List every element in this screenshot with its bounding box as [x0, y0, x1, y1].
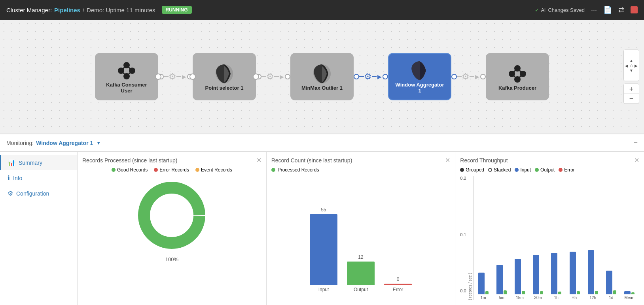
- processed-records-label: Processed Records: [278, 167, 319, 173]
- point-selector-icon: [213, 63, 235, 85]
- document-icon[interactable]: 📄: [603, 6, 612, 14]
- error-value: 0: [397, 277, 400, 282]
- nav-down-icon[interactable]: ▼: [629, 68, 634, 73]
- tp-xlabel-12h: 12h: [589, 296, 596, 300]
- records-processed-title: Records Processed (since last startup) ✕: [82, 156, 261, 164]
- tp-xlabel-mean: Mean: [624, 296, 634, 300]
- gear-icon-2: ⚙: [266, 72, 274, 81]
- input-dot: [515, 168, 519, 172]
- tp-pair-1h: [551, 253, 561, 294]
- nav-controls: ▲ ◀ ⌂ ▶ ▼ + −: [623, 50, 639, 104]
- records-processed-close[interactable]: ✕: [256, 156, 261, 164]
- donut-legend: Good Records Error Records Event Records: [112, 167, 232, 173]
- port-in-5: [480, 74, 486, 79]
- nav-up-icon[interactable]: ▲: [629, 58, 634, 63]
- connector-2: ⚙ ▶: [256, 72, 290, 81]
- header-right: ✓ All Changes Saved ··· 📄 ⇄: [535, 6, 638, 14]
- tp-bar-12h: 12h: [585, 250, 601, 300]
- line-4a: [457, 76, 462, 77]
- gear-icon-3: ⚙: [364, 72, 372, 81]
- node-point-selector-port-left: [189, 73, 196, 80]
- node-minmax-outlier[interactable]: MinMax Outlier 1: [290, 53, 354, 100]
- minmax-icon: [311, 63, 333, 85]
- monitoring-minimize-button[interactable]: −: [633, 139, 638, 147]
- grouped-label: Grouped: [466, 167, 484, 173]
- y-axis: 0.2 0.1 0.0: [460, 176, 468, 300]
- monitoring-dropdown-icon[interactable]: ▼: [96, 140, 101, 146]
- kafka-producer-label: Kafka Producer: [498, 85, 536, 91]
- record-count-title-text: Record Count (since last startup): [271, 157, 352, 164]
- kafka-consumer-icon: [116, 60, 138, 82]
- shuffle-icon[interactable]: ⇄: [618, 6, 624, 14]
- stacked-label: Stacked: [494, 167, 511, 173]
- gear-icon-1: ⚙: [169, 72, 176, 81]
- tp-input-12h: [588, 250, 594, 294]
- tp-pair-6h: [570, 252, 580, 294]
- sidebar-item-configuration[interactable]: ⚙ Configuration: [0, 186, 77, 201]
- info-icon: ℹ: [8, 174, 10, 182]
- line-4b: [470, 76, 474, 77]
- line-1b: [176, 76, 181, 77]
- input-label: Input: [318, 287, 329, 292]
- nav-right-icon[interactable]: ▶: [634, 63, 638, 68]
- output-dot: [535, 168, 539, 172]
- record-throughput-close[interactable]: ✕: [634, 156, 639, 164]
- tp-input-1m: [478, 273, 485, 294]
- tp-xlabel-1h: 1h: [554, 296, 559, 300]
- input-bar-group: 55 Input: [310, 207, 337, 292]
- svg-point-16: [144, 188, 199, 243]
- good-records-dot: [112, 168, 116, 172]
- nav-home-icon[interactable]: ⌂: [629, 63, 634, 68]
- node-window-aggregator[interactable]: Window Aggregator1: [388, 53, 451, 100]
- node-point-selector[interactable]: Point selector 1: [193, 53, 256, 100]
- tp-output-15m: [522, 291, 525, 294]
- minmax-label: MinMax Outlier 1: [301, 85, 343, 91]
- status-badge: RUNNING: [162, 6, 192, 14]
- node-kafka-consumer[interactable]: Kafka ConsumerUser: [95, 53, 158, 100]
- tp-xlabel-1m: 1m: [481, 296, 486, 300]
- tp-pair-mean: [624, 291, 635, 294]
- more-options-icon[interactable]: ···: [591, 6, 597, 14]
- tp-bar-1h: 1h: [548, 253, 564, 300]
- tp-xlabel-5m: 5m: [499, 296, 504, 300]
- tp-input-5m: [496, 265, 503, 294]
- node-kafka-producer[interactable]: Kafka Producer: [486, 53, 549, 100]
- record-throughput-title: Record Throughput ✕: [460, 156, 639, 164]
- monitoring-node-link[interactable]: Window Aggregator 1: [36, 140, 93, 146]
- y-mid-label: 0.1: [460, 232, 466, 237]
- tp-input-mean: [624, 291, 631, 294]
- header: Cluster Manager: Pipelines / Demo: Uptim…: [0, 0, 644, 20]
- tp-pair-30m: [533, 255, 543, 294]
- y-min-label: 0.0: [460, 288, 466, 293]
- y-max-label: 0.2: [460, 176, 466, 181]
- zoom-out-button[interactable]: −: [624, 95, 638, 102]
- port-out-4: [451, 74, 457, 79]
- gear-settings-icon: ⚙: [8, 190, 13, 197]
- close-button[interactable]: [631, 6, 638, 13]
- input-tp-label: Input: [520, 167, 531, 173]
- nav-arrows: ▲ ◀ ⌂ ▶ ▼: [624, 58, 638, 73]
- pipeline-wrapper: Kafka ConsumerUser ⚙ ▶ Point selector 1: [79, 45, 565, 108]
- throughput-bars-area: 1m 5m: [473, 176, 639, 300]
- check-icon: ✓: [535, 7, 539, 13]
- tp-input-30m: [533, 255, 539, 294]
- tp-input-15m: [515, 259, 521, 294]
- sidebar-config-label: Configuration: [16, 190, 49, 197]
- node-point-selector-port-right: [253, 73, 259, 80]
- tp-pair-12h: [588, 250, 598, 294]
- event-records-label: Event Records: [201, 167, 232, 173]
- app-title: Cluster Manager:: [6, 7, 52, 13]
- sidebar-summary-label: Summary: [19, 160, 42, 166]
- tp-xlabel-15m: 15m: [516, 296, 523, 300]
- sidebar: 📊 Summary ℹ Info ⚙ Configuration: [0, 152, 78, 305]
- zoom-in-button[interactable]: +: [624, 86, 638, 93]
- nav-left-icon[interactable]: ◀: [624, 63, 629, 68]
- input-bar: [310, 214, 337, 285]
- sidebar-item-summary[interactable]: 📊 Summary: [0, 155, 77, 170]
- line-2a: [261, 76, 266, 77]
- tp-output-30m: [540, 291, 543, 294]
- sidebar-item-info[interactable]: ℹ Info: [0, 170, 77, 186]
- pipelines-link[interactable]: Pipelines: [54, 7, 80, 13]
- record-count-close[interactable]: ✕: [445, 156, 450, 164]
- input-legend: Input: [515, 167, 531, 173]
